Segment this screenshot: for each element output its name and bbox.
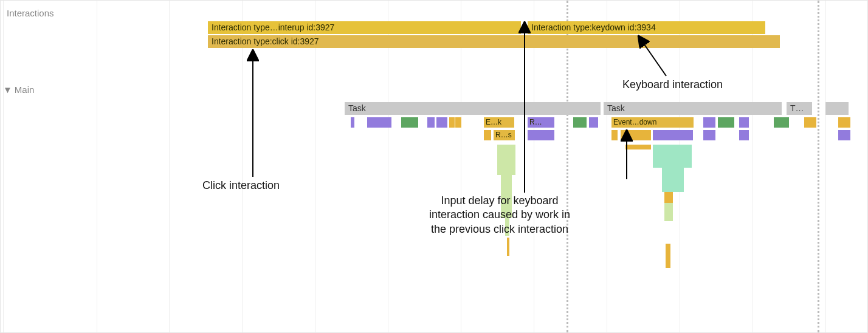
svg-line-1	[640, 38, 666, 76]
devtools-performance-panel: Interactions ▼Main Interaction type…inte…	[0, 0, 868, 333]
annotation-arrows	[1, 1, 868, 333]
svg-line-4	[584, 189, 627, 207]
